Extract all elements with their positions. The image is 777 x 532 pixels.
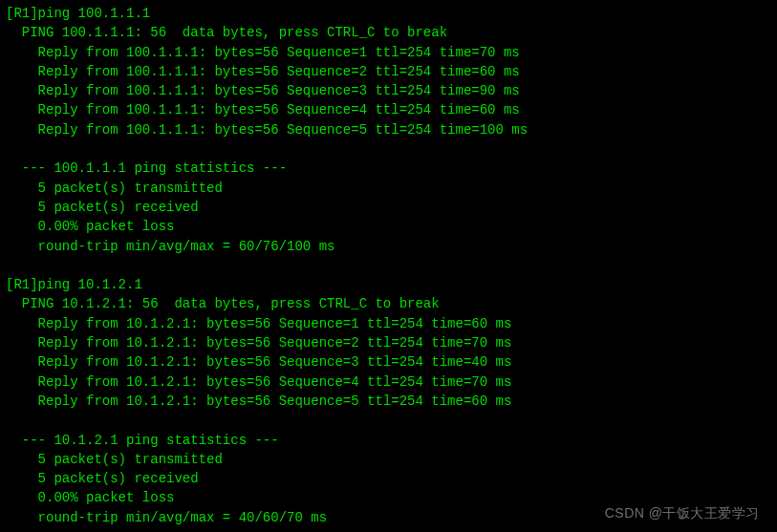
blank-line	[6, 256, 771, 275]
ping-command-line: [R1]ping 10.1.2.1	[6, 275, 771, 294]
blank-line	[6, 411, 771, 430]
ping-stats-header: --- 10.1.2.1 ping statistics ---	[6, 431, 771, 450]
ping-reply-line: Reply from 10.1.2.1: bytes=56 Sequence=5…	[6, 392, 771, 411]
ping-reply-line: Reply from 10.1.2.1: bytes=56 Sequence=1…	[6, 314, 771, 333]
ping-stats-line: 5 packet(s) received	[6, 469, 771, 488]
ping-header-line: PING 10.1.2.1: 56 data bytes, press CTRL…	[6, 294, 771, 313]
ping-reply-line: Reply from 10.1.2.1: bytes=56 Sequence=2…	[6, 333, 771, 352]
ping-stats-line: 5 packet(s) transmitted	[6, 179, 771, 198]
ping-stats-header: --- 100.1.1.1 ping statistics ---	[6, 159, 771, 178]
ping-header-line: PING 100.1.1.1: 56 data bytes, press CTR…	[6, 23, 771, 42]
ping-stats-line: 5 packet(s) transmitted	[6, 450, 771, 469]
ping-reply-line: Reply from 10.1.2.1: bytes=56 Sequence=4…	[6, 372, 771, 392]
ping-stats-line: round-trip min/avg/max = 60/76/100 ms	[6, 237, 771, 256]
watermark-text: CSDN @干饭大王爱学习	[605, 503, 760, 522]
ping-reply-line: Reply from 100.1.1.1: bytes=56 Sequence=…	[6, 43, 771, 62]
blank-line	[6, 139, 771, 159]
ping-reply-line: Reply from 100.1.1.1: bytes=56 Sequence=…	[6, 81, 771, 100]
ping-stats-line: 5 packet(s) received	[6, 198, 771, 217]
ping-stats-line: 0.00% packet loss	[6, 217, 771, 236]
ping-reply-line: Reply from 100.1.1.1: bytes=56 Sequence=…	[6, 120, 771, 139]
ping-reply-line: Reply from 100.1.1.1: bytes=56 Sequence=…	[6, 62, 771, 81]
ping-command-line: [R1]ping 100.1.1.1	[6, 4, 771, 23]
ping-reply-line: Reply from 10.1.2.1: bytes=56 Sequence=3…	[6, 352, 771, 372]
terminal-output: [R1]ping 100.1.1.1 PING 100.1.1.1: 56 da…	[6, 4, 771, 527]
ping-reply-line: Reply from 100.1.1.1: bytes=56 Sequence=…	[6, 100, 771, 119]
